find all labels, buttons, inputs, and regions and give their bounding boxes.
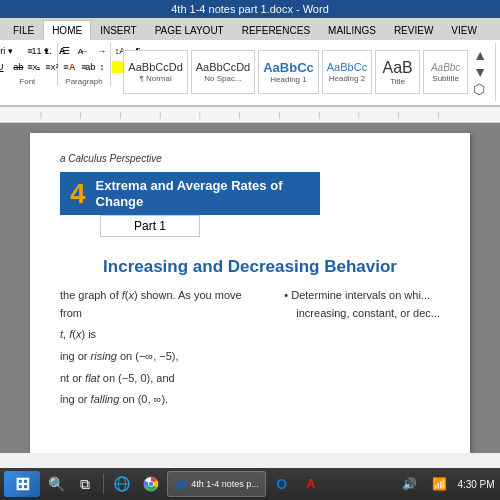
- taskbar-right-area: 🔊 📶 4:30 PM: [396, 471, 496, 497]
- style-title-preview: AaB: [383, 58, 413, 77]
- style-heading1-label: Heading 1: [270, 75, 306, 84]
- taskbar-clock: 4:30 PM: [456, 479, 496, 490]
- doc-body: the graph of f(x) shown. As you move fro…: [60, 287, 440, 453]
- tab-insert[interactable]: INSERT: [91, 20, 146, 40]
- chapter-number: 4: [70, 180, 86, 208]
- word-icon: W: [174, 476, 187, 492]
- chapter-section: 4 Extrema and Average Rates of Change Pa…: [60, 172, 440, 247]
- ribbon-content: Calibri ▾ 11 ▾ A A B I U ab X₂ X² A ab F…: [0, 40, 500, 106]
- numbering-button[interactable]: 1.: [40, 43, 56, 59]
- style-subtitle-preview: AaBbc: [431, 62, 460, 74]
- tab-home[interactable]: HOME: [43, 20, 91, 40]
- body-line-4: nt or flat on (−5, 0), and: [60, 370, 264, 388]
- taskbar-sound[interactable]: 🔊: [396, 471, 422, 497]
- doc-subtitle: a Calculus Perspective: [60, 153, 440, 164]
- bullet-sub-1: increasing, constant, or dec...: [296, 305, 440, 323]
- align-left-button[interactable]: ≡: [22, 59, 38, 75]
- ribbon-group-paragraph: ≡ 1. ☰ ← → ↕A ¶ ≡ ≡ ≡ ≡ ↕ □ Paragraph: [64, 43, 112, 86]
- style-title-label: Title: [390, 77, 405, 86]
- font-group-label: Font: [19, 77, 35, 86]
- tab-mailings[interactable]: MAILINGS: [319, 20, 385, 40]
- title-text: 4th 1-4 notes part 1.docx - Word: [171, 3, 329, 15]
- ruler: | | | | | | | | | | |: [0, 107, 500, 123]
- styles-expand-icon[interactable]: ⬡: [473, 81, 487, 97]
- right-panel: Determine intervals on whi... increasing…: [274, 287, 440, 453]
- chapter-header-box: 4 Extrema and Average Rates of Change: [60, 172, 320, 215]
- svg-point-15: [149, 482, 153, 486]
- ruler-marks: | | | | | | | | | | |: [40, 111, 457, 118]
- taskbar-network[interactable]: 📶: [426, 471, 452, 497]
- body-line-2: t, f(x) is: [60, 326, 264, 344]
- taskbar-word-app[interactable]: W 4th 1-4 notes p...: [167, 471, 266, 497]
- body-text: the graph of f(x) shown. As you move fro…: [60, 287, 264, 453]
- style-normal[interactable]: AaBbCcDd ¶ Normal: [123, 50, 187, 94]
- paragraph-group-label: Paragraph: [65, 77, 102, 86]
- taskbar-search[interactable]: 🔍: [43, 471, 69, 497]
- style-heading2-label: Heading 2: [329, 74, 365, 83]
- style-heading2[interactable]: AaBbCc Heading 2: [322, 50, 372, 94]
- line-spacing-button[interactable]: ↕: [94, 59, 110, 75]
- ribbon: FILE HOME INSERT PAGE LAYOUT REFERENCES …: [0, 18, 500, 107]
- title-bar: 4th 1-4 notes part 1.docx - Word: [0, 0, 500, 18]
- taskbar-ie[interactable]: [109, 471, 135, 497]
- styles-up-icon[interactable]: ▲: [473, 47, 487, 63]
- style-title[interactable]: AaB Title: [375, 50, 420, 94]
- start-button[interactable]: ⊞: [4, 471, 40, 497]
- style-nospace-label: No Spac...: [204, 74, 241, 83]
- decrease-indent-button[interactable]: ←: [76, 43, 92, 59]
- style-heading2-preview: AaBbCc: [327, 61, 367, 74]
- word-app-label: 4th 1-4 notes p...: [191, 479, 259, 489]
- align-center-button[interactable]: ≡: [40, 59, 56, 75]
- style-nospace-preview: AaBbCcDd: [196, 61, 250, 74]
- increase-indent-button[interactable]: →: [94, 43, 110, 59]
- underline-button[interactable]: U: [0, 59, 8, 75]
- tab-page-layout[interactable]: PAGE LAYOUT: [146, 20, 233, 40]
- align-right-button[interactable]: ≡: [58, 59, 74, 75]
- taskbar-outlook[interactable]: O: [269, 471, 295, 497]
- section-title: Increasing and Decreasing Behavior: [60, 257, 440, 277]
- chapter-part: Part 1: [100, 215, 200, 237]
- tab-file[interactable]: FILE: [4, 20, 43, 40]
- chapter-title: Extrema and Average Rates of Change: [96, 178, 310, 209]
- multilevel-button[interactable]: ☰: [58, 43, 74, 59]
- taskbar-adobe[interactable]: A: [298, 471, 324, 497]
- style-subtitle[interactable]: AaBbc Subtitle: [423, 50, 468, 94]
- style-nospace[interactable]: AaBbCcDd No Spac...: [191, 50, 255, 94]
- taskbar-chrome[interactable]: [138, 471, 164, 497]
- tab-review[interactable]: REVIEW: [385, 20, 442, 40]
- body-line-3: ing or rising on (−∞, −5),: [60, 348, 264, 366]
- styles-down-icon[interactable]: ▼: [473, 64, 487, 80]
- body-line-5: ing or falling on (0, ∞).: [60, 391, 264, 409]
- justify-button[interactable]: ≡: [76, 59, 92, 75]
- bullet-section: Determine intervals on whi... increasing…: [284, 287, 440, 447]
- taskbar: ⊞ 🔍 ⧉ W 4th 1-4 notes p... O A 🔊 📶 4:30 …: [0, 468, 500, 500]
- document-area: a Calculus Perspective 4 Extrema and Ave…: [0, 123, 500, 453]
- style-subtitle-label: Subtitle: [432, 74, 459, 83]
- body-line-1: the graph of f(x) shown. As you move fro…: [60, 287, 264, 322]
- bullets-button[interactable]: ≡: [22, 43, 38, 59]
- taskbar-task-view[interactable]: ⧉: [72, 471, 98, 497]
- bullet-item-1: Determine intervals on whi...: [284, 287, 440, 305]
- tab-references[interactable]: REFERENCES: [233, 20, 319, 40]
- styles-scroll[interactable]: ▲ ▼ ⬡: [471, 45, 489, 99]
- tab-view[interactable]: VIEW: [442, 20, 486, 40]
- taskbar-separator-1: [103, 474, 104, 494]
- ribbon-group-styles: AaBbCcDd ¶ Normal AaBbCcDd No Spac... Aa…: [117, 43, 496, 101]
- style-normal-label: ¶ Normal: [139, 74, 171, 83]
- ribbon-tabs: FILE HOME INSERT PAGE LAYOUT REFERENCES …: [0, 18, 500, 40]
- style-normal-preview: AaBbCcDd: [128, 61, 182, 74]
- style-heading1[interactable]: AaBbCc Heading 1: [258, 50, 319, 94]
- style-heading1-preview: AaBbCc: [263, 60, 314, 76]
- document-page: a Calculus Perspective 4 Extrema and Ave…: [30, 133, 470, 453]
